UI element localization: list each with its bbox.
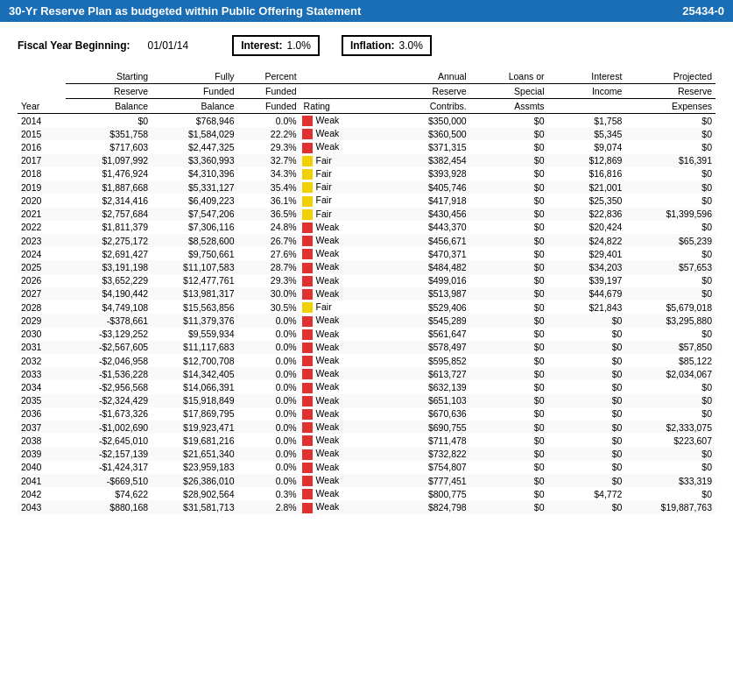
table-cell: 0.0% bbox=[238, 341, 300, 354]
table-cell: -$1,424,317 bbox=[66, 461, 152, 474]
table-cell: $0 bbox=[470, 260, 548, 273]
table-cell: $0 bbox=[470, 154, 548, 167]
col-pct-2: Funded bbox=[238, 84, 300, 99]
table-cell: $2,757,684 bbox=[66, 208, 152, 221]
table-row: 2035-$2,324,429$15,918,8490.0%Weak$651,1… bbox=[18, 394, 715, 407]
table-cell: $4,190,442 bbox=[66, 287, 152, 301]
table-cell: 2024 bbox=[18, 247, 66, 260]
table-cell: $0 bbox=[470, 114, 548, 128]
table-cell: $405,746 bbox=[384, 180, 469, 194]
table-cell: $880,168 bbox=[66, 500, 152, 513]
table-cell: 30.5% bbox=[238, 301, 300, 314]
rating-color-cell: Weak bbox=[300, 367, 384, 380]
rating-color-cell: Weak bbox=[300, 394, 384, 407]
rating-text: Weak bbox=[316, 141, 340, 152]
col-annual-1: Annual bbox=[384, 69, 469, 84]
table-row: 2017$1,097,992$3,360,99332.7%Fair$382,45… bbox=[18, 154, 715, 167]
table-cell: $670,636 bbox=[384, 407, 469, 421]
table-cell: $768,946 bbox=[152, 114, 237, 128]
table-row: 2031-$2,567,605$11,117,6830.0%Weak$578,4… bbox=[18, 341, 715, 354]
table-row: 2030-$3,129,252$9,559,9340.0%Weak$561,64… bbox=[18, 328, 715, 341]
table-row: 2043$880,168$31,581,7132.8%Weak$824,798$… bbox=[18, 500, 715, 513]
table-cell: $33,319 bbox=[625, 474, 715, 487]
col-pct-1: Percent bbox=[238, 69, 300, 84]
table-row: 2014$0$768,9460.0%Weak$350,000$0$1,758$0 bbox=[18, 114, 715, 128]
table-cell: $0 bbox=[548, 380, 626, 393]
rating-text: Weak bbox=[316, 408, 340, 419]
rating-color-cell: Weak bbox=[300, 487, 384, 500]
table-cell: $0 bbox=[625, 180, 715, 194]
rating-text: Weak bbox=[316, 315, 340, 325]
table-cell: $16,816 bbox=[548, 167, 626, 180]
table-row: 2041-$669,510$26,386,0100.0%Weak$777,451… bbox=[18, 474, 715, 487]
table-cell: $0 bbox=[470, 314, 548, 327]
rating-text: Fair bbox=[316, 181, 332, 192]
table-cell: -$378,661 bbox=[66, 314, 152, 327]
table-cell: 0.0% bbox=[238, 354, 300, 367]
rating-text: Weak bbox=[316, 395, 340, 406]
table-cell: $0 bbox=[470, 167, 548, 180]
table-cell: $0 bbox=[470, 287, 548, 301]
table-cell: -$2,046,958 bbox=[66, 354, 152, 367]
table-cell: 2039 bbox=[18, 447, 66, 460]
table-cell: $0 bbox=[548, 447, 626, 460]
rating-text: Fair bbox=[316, 155, 332, 166]
table-row: 2039-$2,157,139$21,651,3400.0%Weak$732,8… bbox=[18, 447, 715, 460]
table-cell: $0 bbox=[470, 500, 548, 513]
table-cell: $11,379,376 bbox=[152, 314, 237, 327]
table-cell: $0 bbox=[548, 314, 626, 327]
table-cell: 2034 bbox=[18, 380, 66, 393]
table-cell: $0 bbox=[470, 301, 548, 314]
rating-text: Weak bbox=[316, 501, 340, 512]
table-cell: $545,289 bbox=[384, 314, 469, 327]
inflation-label: Inflation: bbox=[350, 39, 395, 52]
rating-color-cell: Weak bbox=[300, 500, 384, 513]
table-cell: $0 bbox=[548, 341, 626, 354]
table-row: 2016$717,603$2,447,32529.3%Weak$371,315$… bbox=[18, 140, 715, 153]
table-cell: 24.8% bbox=[238, 221, 300, 234]
table-cell: $0 bbox=[470, 380, 548, 393]
table-cell: $2,314,416 bbox=[66, 194, 152, 207]
table-cell: $57,653 bbox=[625, 260, 715, 273]
table-cell: 2040 bbox=[18, 461, 66, 474]
rating-color-cell: Weak bbox=[300, 328, 384, 341]
table-cell: $20,424 bbox=[548, 221, 626, 234]
rating-color-cell: Weak bbox=[300, 114, 384, 128]
rating-color-cell: Weak bbox=[300, 354, 384, 367]
rating-color-cell: Weak bbox=[300, 287, 384, 301]
rating-text: Weak bbox=[316, 275, 340, 286]
table-cell: $21,001 bbox=[548, 180, 626, 194]
table-cell: $11,117,683 bbox=[152, 341, 237, 354]
fiscal-label: Fiscal Year Beginning: bbox=[18, 39, 130, 52]
table-cell: $371,315 bbox=[384, 140, 469, 153]
table-cell: $800,775 bbox=[384, 487, 469, 500]
table-cell: $3,652,229 bbox=[66, 274, 152, 287]
col-annual-2: Reserve bbox=[384, 84, 469, 99]
table-cell: $14,342,405 bbox=[152, 367, 237, 380]
table-row: 2019$1,887,668$5,331,12735.4%Fair$405,74… bbox=[18, 180, 715, 194]
col-interest-2: Income bbox=[548, 84, 626, 99]
table-cell: $2,447,325 bbox=[152, 140, 237, 153]
table-cell: $1,758 bbox=[548, 114, 626, 128]
col-projected-2: Reserve bbox=[625, 84, 715, 99]
table-cell: $2,275,172 bbox=[66, 234, 152, 247]
table-cell: $0 bbox=[470, 407, 548, 421]
column-header-row: Year Starting Fully Percent Annual Loans… bbox=[18, 69, 715, 84]
rating-text: Fair bbox=[316, 301, 332, 312]
table-cell: 2029 bbox=[18, 314, 66, 327]
table-cell: $578,497 bbox=[384, 341, 469, 354]
table-cell: 0.0% bbox=[238, 367, 300, 380]
table-cell: -$2,567,605 bbox=[66, 341, 152, 354]
table-cell: $7,306,116 bbox=[152, 221, 237, 234]
table-cell: $732,822 bbox=[384, 447, 469, 460]
rating-text: Weak bbox=[316, 329, 340, 339]
table-cell: 0.0% bbox=[238, 114, 300, 128]
table-cell: 0.0% bbox=[238, 380, 300, 393]
table-cell: $0 bbox=[470, 474, 548, 487]
rating-text: Fair bbox=[316, 194, 332, 205]
rating-color-cell: Weak bbox=[300, 447, 384, 460]
table-cell: 0.0% bbox=[238, 434, 300, 447]
col-rating-blank bbox=[300, 69, 384, 84]
col-loans-1: Loans or bbox=[470, 69, 548, 84]
table-cell: $499,016 bbox=[384, 274, 469, 287]
